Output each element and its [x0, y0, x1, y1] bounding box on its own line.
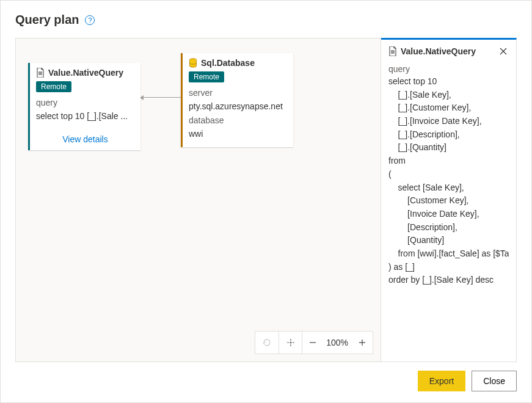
zoom-in-button[interactable] [352, 332, 373, 354]
help-icon[interactable]: ? [85, 15, 95, 25]
details-title: Value.NativeQuery [401, 46, 476, 56]
details-header: Value.NativeQuery [388, 46, 509, 57]
fit-view-button[interactable] [279, 332, 302, 354]
zoom-out-button[interactable] [302, 332, 322, 354]
document-icon [388, 46, 397, 56]
reset-view-button[interactable] [255, 332, 279, 354]
node-title: Value.NativeQuery [48, 68, 123, 78]
zoom-percent: 100% [322, 332, 352, 354]
database-value: wwi [189, 127, 287, 140]
database-label: database [189, 114, 287, 127]
server-value: pty.sql.azuresynapse.net [189, 100, 287, 113]
query-plan-dialog: Query plan ? Value.NativeQuery Remote qu… [0, 0, 532, 403]
edge-arrow [140, 97, 181, 98]
remote-badge: Remote [36, 81, 71, 92]
dialog-body: Value.NativeQuery Remote query select to… [15, 38, 517, 362]
remote-badge: Remote [189, 71, 224, 82]
database-icon [189, 58, 197, 68]
dialog-title: Query plan [15, 13, 79, 27]
param-label: query [36, 96, 134, 109]
node-body: server pty.sql.azuresynapse.net database… [183, 86, 293, 147]
view-details-link[interactable]: View details [30, 129, 140, 150]
close-button[interactable]: Close [472, 371, 517, 391]
zoom-toolbar: 100% [255, 331, 373, 354]
document-icon [36, 68, 45, 78]
node-body: query select top 10 [_].[Sale ... [30, 96, 140, 129]
dialog-footer: Export Close [15, 371, 517, 391]
node-title: Sql.Database [201, 58, 255, 68]
export-button[interactable]: Export [418, 371, 465, 391]
plan-canvas[interactable]: Value.NativeQuery Remote query select to… [15, 38, 381, 362]
node-sql-database[interactable]: Sql.Database Remote server pty.sql.azure… [181, 53, 293, 147]
node-header: Sql.Database [183, 53, 293, 70]
server-label: server [189, 86, 287, 100]
node-header: Value.NativeQuery [30, 63, 140, 80]
close-details-button[interactable] [498, 46, 509, 57]
param-value: select top 10 [_].[Sale ... [36, 109, 134, 123]
dialog-header: Query plan ? [15, 13, 517, 27]
details-query-text: select top 10 [_].[Sale Key], [_].[Custo… [388, 75, 509, 287]
node-native-query[interactable]: Value.NativeQuery Remote query select to… [28, 63, 140, 150]
details-panel: Value.NativeQuery query select top 10 [_… [381, 38, 517, 362]
details-param-label: query [388, 64, 509, 74]
